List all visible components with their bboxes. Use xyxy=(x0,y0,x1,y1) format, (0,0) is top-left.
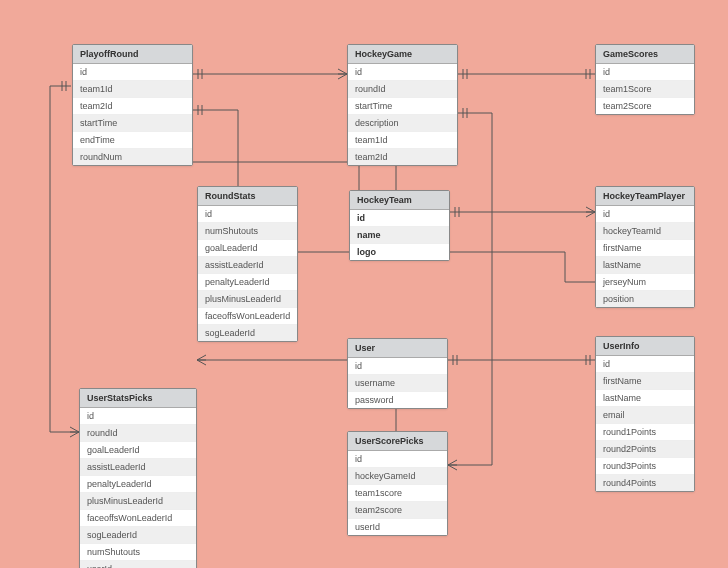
entity-round-stats[interactable]: RoundStats id numShutouts goalLeaderId a… xyxy=(197,186,298,342)
entity-attr: id xyxy=(350,210,449,227)
entity-attr: id xyxy=(73,64,192,81)
entity-user[interactable]: User id username password xyxy=(347,338,448,409)
entity-attr: round3Points xyxy=(596,458,694,475)
entity-attr: position xyxy=(596,291,694,307)
entity-attr: password xyxy=(348,392,447,408)
entity-attr: id xyxy=(348,358,447,375)
entity-attr: plusMinusLeaderId xyxy=(198,291,297,308)
entity-attr: lastName xyxy=(596,390,694,407)
entity-attr: hockeyTeamId xyxy=(596,223,694,240)
entity-attr: hockeyGameId xyxy=(348,468,447,485)
entity-attr: id xyxy=(80,408,196,425)
entity-attr: description xyxy=(348,115,457,132)
entity-header: HockeyTeamPlayer xyxy=(596,187,694,206)
entity-attr: round4Points xyxy=(596,475,694,491)
entity-attr: team2Score xyxy=(596,98,694,114)
entity-attr: endTime xyxy=(73,132,192,149)
entity-attr: userId xyxy=(80,561,196,568)
entity-attr: plusMinusLeaderId xyxy=(80,493,196,510)
entity-attr: numShutouts xyxy=(80,544,196,561)
entity-attr: id xyxy=(198,206,297,223)
entity-game-scores[interactable]: GameScores id team1Score team2Score xyxy=(595,44,695,115)
entity-attr: team1score xyxy=(348,485,447,502)
entity-attr: sogLeaderId xyxy=(80,527,196,544)
entity-header: UserInfo xyxy=(596,337,694,356)
entity-attr: userId xyxy=(348,519,447,535)
entity-attr: id xyxy=(596,206,694,223)
entity-attr: penaltyLeaderId xyxy=(80,476,196,493)
entity-attr: jerseyNum xyxy=(596,274,694,291)
entity-header: RoundStats xyxy=(198,187,297,206)
entity-header: HockeyGame xyxy=(348,45,457,64)
entity-attr: sogLeaderId xyxy=(198,325,297,341)
entity-attr: assistLeaderId xyxy=(80,459,196,476)
entity-attr: lastName xyxy=(596,257,694,274)
entity-hockey-team-player[interactable]: HockeyTeamPlayer id hockeyTeamId firstNa… xyxy=(595,186,695,308)
entity-attr: round2Points xyxy=(596,441,694,458)
entity-attr: username xyxy=(348,375,447,392)
entity-attr: startTime xyxy=(348,98,457,115)
entity-user-score-picks[interactable]: UserScorePicks id hockeyGameId team1scor… xyxy=(347,431,448,536)
entity-attr: team1Id xyxy=(73,81,192,98)
entity-header: UserScorePicks xyxy=(348,432,447,451)
entity-user-info[interactable]: UserInfo id firstName lastName email rou… xyxy=(595,336,695,492)
entity-header: HockeyTeam xyxy=(350,191,449,210)
entity-attr: team1Score xyxy=(596,81,694,98)
entity-attr: id xyxy=(596,356,694,373)
entity-attr: id xyxy=(348,64,457,81)
entity-attr: faceoffsWonLeaderId xyxy=(198,308,297,325)
entity-header: GameScores xyxy=(596,45,694,64)
entity-attr: team2score xyxy=(348,502,447,519)
entity-attr: goalLeaderId xyxy=(198,240,297,257)
entity-header: User xyxy=(348,339,447,358)
entity-attr: team2Id xyxy=(348,149,457,165)
entity-attr: team1Id xyxy=(348,132,457,149)
entity-attr: faceoffsWonLeaderId xyxy=(80,510,196,527)
entity-attr: id xyxy=(596,64,694,81)
entity-attr: startTime xyxy=(73,115,192,132)
entity-attr: name xyxy=(350,227,449,244)
entity-attr: penaltyLeaderId xyxy=(198,274,297,291)
entity-attr: id xyxy=(348,451,447,468)
entity-attr: email xyxy=(596,407,694,424)
entity-hockey-team[interactable]: HockeyTeam id name logo xyxy=(349,190,450,261)
entity-attr: firstName xyxy=(596,240,694,257)
entity-attr: team2Id xyxy=(73,98,192,115)
entity-user-stats-picks[interactable]: UserStatsPicks id roundId goalLeaderId a… xyxy=(79,388,197,568)
entity-header: UserStatsPicks xyxy=(80,389,196,408)
entity-attr: round1Points xyxy=(596,424,694,441)
entity-attr: goalLeaderId xyxy=(80,442,196,459)
entity-attr: assistLeaderId xyxy=(198,257,297,274)
entity-playoff-round[interactable]: PlayoffRound id team1Id team2Id startTim… xyxy=(72,44,193,166)
entity-header: PlayoffRound xyxy=(73,45,192,64)
entity-attr: roundId xyxy=(80,425,196,442)
entity-attr: roundNum xyxy=(73,149,192,165)
entity-attr: numShutouts xyxy=(198,223,297,240)
entity-attr: firstName xyxy=(596,373,694,390)
entity-attr: logo xyxy=(350,244,449,260)
entity-hockey-game[interactable]: HockeyGame id roundId startTime descript… xyxy=(347,44,458,166)
entity-attr: roundId xyxy=(348,81,457,98)
